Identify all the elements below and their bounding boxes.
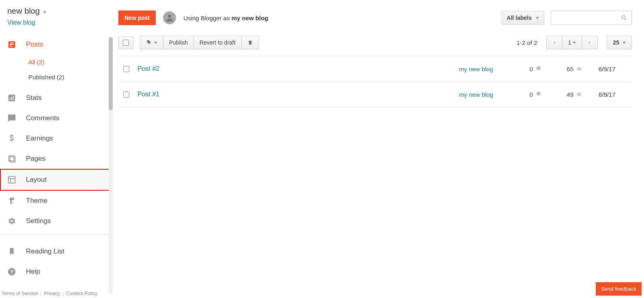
view-blog-link[interactable]: View blog	[0, 17, 113, 31]
stats-icon	[7, 94, 16, 102]
post-author-link[interactable]: my new blog	[459, 91, 493, 98]
sidebar-item-help[interactable]: ? Help	[0, 262, 113, 282]
table-row: Post #2 my new blog 0 65 6/9/17	[118, 56, 632, 82]
using-name: my new blog	[232, 15, 268, 21]
page-range-text: 1-2 of 2	[517, 39, 537, 46]
caret-down-icon	[43, 8, 46, 15]
svg-rect-3	[10, 46, 12, 47]
per-page-value: 25	[613, 39, 619, 46]
nav-label: Layout	[26, 176, 47, 184]
row-checkbox[interactable]	[123, 66, 129, 72]
sidebar-item-theme[interactable]: Theme	[0, 191, 113, 211]
views-count: 49	[558, 91, 582, 98]
comment-icon	[535, 92, 542, 97]
labels-dropdown[interactable]: All labels	[502, 11, 544, 25]
nav-label: Theme	[26, 197, 47, 205]
chevron-left-icon	[552, 40, 556, 45]
blog-selector[interactable]: new blog	[0, 0, 113, 17]
pages-icon	[7, 154, 16, 163]
settings-icon	[7, 217, 16, 226]
comment-icon	[535, 66, 542, 72]
svg-text:?: ?	[10, 269, 13, 275]
table-row: Post #1 my new blog 0 49 6/9/17	[118, 82, 632, 107]
search-input[interactable]	[551, 11, 632, 25]
layout-icon	[7, 175, 16, 184]
content-policy-link[interactable]: Content Policy	[66, 291, 97, 296]
nav-label: Help	[26, 268, 40, 276]
revert-button[interactable]: Revert to draft	[194, 36, 242, 49]
sidebar-scrollbar[interactable]	[109, 36, 113, 294]
footer-links: Terms of Service | Privacy | Content Pol…	[2, 291, 97, 296]
privacy-link[interactable]: Privacy	[44, 291, 60, 296]
theme-icon	[7, 196, 16, 205]
pager: 1	[546, 36, 598, 49]
svg-rect-5	[10, 98, 11, 100]
tag-icon	[146, 40, 152, 45]
help-icon: ?	[7, 267, 16, 276]
row-checkbox[interactable]	[123, 92, 129, 98]
terms-link[interactable]: Terms of Service	[2, 291, 38, 296]
pager-next-button[interactable]	[582, 36, 598, 49]
post-title-link[interactable]: Post #2	[137, 65, 451, 72]
main-content: New post Using Blogger as my new blog Al…	[113, 0, 644, 298]
pager-current: 1	[568, 39, 571, 46]
svg-rect-1	[10, 43, 13, 43]
svg-rect-2	[10, 44, 13, 45]
posts-subnav: All (2) Published (2)	[0, 55, 113, 85]
caret-down-icon	[623, 42, 626, 44]
bookmark-icon	[7, 247, 16, 256]
svg-rect-6	[11, 97, 12, 100]
sidebar-item-pages[interactable]: Pages	[0, 149, 113, 169]
post-date: 6/9/17	[599, 66, 627, 72]
comments-icon	[7, 114, 16, 123]
chevron-right-icon	[588, 40, 592, 45]
publish-button[interactable]: Publish	[163, 36, 194, 49]
labels-dd-text: All labels	[507, 15, 532, 21]
caret-down-icon	[536, 17, 539, 19]
svg-rect-10	[9, 177, 15, 183]
per-page-dropdown[interactable]: 25	[607, 36, 632, 49]
nav-label: Posts	[26, 40, 43, 49]
post-title-link[interactable]: Post #1	[137, 91, 451, 98]
svg-line-17	[625, 19, 626, 20]
posts-icon	[7, 40, 16, 49]
sidebar-item-stats[interactable]: Stats	[0, 88, 113, 108]
post-author-link[interactable]: my new blog	[459, 66, 493, 72]
select-all-checkbox[interactable]	[118, 36, 133, 49]
nav-label: Earnings	[26, 134, 53, 143]
nav-label: Comments	[26, 114, 59, 122]
avatar	[163, 11, 176, 24]
pager-page-dropdown[interactable]: 1	[562, 36, 582, 49]
sidebar: new blog View blog Posts All (2) Publish…	[0, 0, 113, 298]
subnav-published[interactable]: Published (2)	[28, 70, 113, 85]
trash-icon	[247, 40, 253, 45]
nav-list: Posts	[0, 34, 113, 55]
eye-icon	[576, 92, 582, 97]
post-date: 6/9/17	[599, 91, 627, 98]
send-feedback-button[interactable]: Send feedback	[596, 282, 642, 296]
nav-label: Reading List	[26, 247, 64, 255]
caret-down-icon	[154, 42, 157, 44]
search-icon	[621, 15, 627, 21]
subnav-all[interactable]: All (2)	[28, 55, 113, 70]
sidebar-item-posts[interactable]: Posts	[0, 34, 113, 55]
caret-down-icon	[573, 42, 576, 44]
nav-list-3: Reading List ? Help	[0, 241, 113, 282]
comments-count: 0	[517, 66, 542, 72]
eye-icon	[576, 66, 582, 72]
delete-button[interactable]	[242, 36, 259, 49]
pager-prev-button[interactable]	[546, 36, 562, 49]
comments-count: 0	[517, 91, 542, 98]
tag-dropdown-button[interactable]	[140, 36, 163, 49]
sidebar-item-comments[interactable]: Comments	[0, 108, 113, 128]
nav-label: Pages	[26, 155, 45, 163]
sidebar-item-layout[interactable]: Layout	[0, 169, 113, 191]
main-header: New post Using Blogger as my new blog Al…	[118, 0, 632, 34]
sidebar-item-settings[interactable]: Settings	[0, 211, 113, 231]
blog-name: new blog	[7, 6, 40, 16]
new-post-button[interactable]: New post	[118, 11, 156, 25]
nav-label: Settings	[26, 217, 51, 225]
sidebar-item-reading-list[interactable]: Reading List	[0, 241, 113, 262]
sidebar-item-earnings[interactable]: Earnings	[0, 128, 113, 149]
earnings-icon	[7, 134, 16, 143]
